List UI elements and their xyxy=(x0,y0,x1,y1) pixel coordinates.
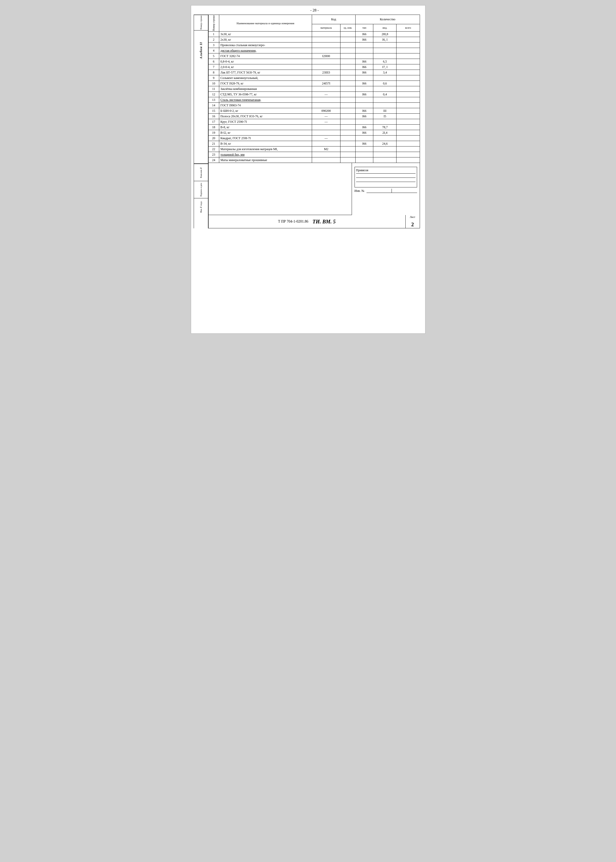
row-vsego-24 xyxy=(396,157,420,163)
row-name-24: Маты минераловатные прошивные xyxy=(219,157,312,163)
table-row: 14ГОСТ I9903-74 xyxy=(208,103,420,108)
table-row: 9Сольвент каменноугольный, xyxy=(208,75,420,81)
table-row: 23толщиной δиз, мм xyxy=(208,152,420,157)
table-row: 21В-34, кгI6624,6 xyxy=(208,141,420,146)
row-koded-6 xyxy=(341,59,355,64)
row-ind-2: I6, I xyxy=(373,37,396,42)
table-row: 22х30, кгI66I6, I xyxy=(208,37,420,42)
th-kolichestvo: Количество xyxy=(355,15,420,24)
row-kodmat-3 xyxy=(312,42,341,48)
footer-doc-name: ТИ. ВМ. 5 xyxy=(313,219,336,225)
row-kodmat-6 xyxy=(312,59,341,64)
row-name-1: 3х30, кг xyxy=(219,31,312,37)
bottom-blank xyxy=(209,163,352,215)
row-ind-15: III xyxy=(373,108,396,114)
row-num-11: 11 xyxy=(208,86,219,92)
row-ind-20 xyxy=(373,135,396,141)
row-kodmat-11 xyxy=(312,86,341,92)
row-num-17: 17 xyxy=(208,119,219,125)
row-num-18: 18 xyxy=(208,125,219,130)
table-body: 13х30, кгI6628I,822х30, кгI66I6, I3Прово… xyxy=(208,31,420,163)
row-name-22: Материалы для изготовления матрацев МI, xyxy=(219,146,312,152)
row-name-13: Сталь листовая горячекатаная, xyxy=(219,97,312,103)
row-num-23: 23 xyxy=(208,152,219,157)
th-material: материала xyxy=(312,24,341,31)
row-tip-19: I66 xyxy=(355,130,373,135)
row-tip-21: I66 xyxy=(355,141,373,146)
row-num-24: 24 xyxy=(208,157,219,163)
row-name-6: 0,8-0-4, кг xyxy=(219,59,312,64)
row-kodmat-8: 23III3 xyxy=(312,70,341,75)
sheet-label: Лист xyxy=(406,215,419,218)
row-num-13: 13 xyxy=(208,97,219,103)
row-tip-8: I66 xyxy=(355,70,373,75)
row-vsego-4 xyxy=(396,48,420,53)
row-name-11: Заклёпка комбинированная xyxy=(219,86,312,92)
row-name-23: толщиной δиз, мм xyxy=(219,152,312,157)
row-num-7: 7 xyxy=(208,64,219,70)
row-vsego-6 xyxy=(396,59,420,64)
row-kodmat-5: I2II00 xyxy=(312,53,341,59)
row-tip-6: I66 xyxy=(355,59,373,64)
row-koded-3 xyxy=(341,42,355,48)
th-naim: Наименование материала и единица измерен… xyxy=(219,15,312,31)
row-vsego-9 xyxy=(396,75,420,81)
row-ind-19: 2I,4 xyxy=(373,130,396,135)
empty-left-1 xyxy=(194,71,208,164)
row-vsego-15 xyxy=(396,108,420,114)
row-kodmat-4 xyxy=(312,48,341,53)
row-name-19: В-I2, кг xyxy=(219,130,312,135)
row-koded-7 xyxy=(341,64,355,70)
table-row: 72,0-0-4, кгI66I7, I xyxy=(208,64,420,70)
row-name-5: ГОСТ 3282-74 xyxy=(219,53,312,59)
spec-table: Номер строки Наименование материала и ед… xyxy=(208,14,420,163)
row-num-6: 6 xyxy=(208,59,219,64)
th-vsego: всего xyxy=(396,24,420,31)
row-koded-20 xyxy=(341,135,355,141)
row-tip-3 xyxy=(355,42,373,48)
privyazka-box: Привяззя xyxy=(355,167,417,187)
row-tip-15: I66 xyxy=(355,108,373,114)
row-tip-22 xyxy=(355,146,373,152)
row-kodmat-10: 24I57I xyxy=(312,81,341,86)
row-vsego-2 xyxy=(396,37,420,42)
row-vsego-17 xyxy=(396,119,420,125)
th-kod: Код xyxy=(312,15,355,24)
row-ind-3 xyxy=(373,42,396,48)
row-vsego-13 xyxy=(396,97,420,103)
row-vsego-5 xyxy=(396,53,420,59)
row-num-20: 20 xyxy=(208,135,219,141)
row-name-12: СТД 985, ТУ 36-I598-77, кг xyxy=(219,92,312,97)
table-row: 8Лак БТ-577, ГОСТ 563I-79, кг23III3I663,… xyxy=(208,70,420,75)
table-row: 10ГОСТ I928-79, кг24I57II660,6 xyxy=(208,81,420,86)
th-ind: инд. xyxy=(373,24,396,31)
album-label: Альбом II xyxy=(194,30,208,71)
left-margin-col: Номер строки Альбом II Взам.инв.№ Подпис… xyxy=(194,14,208,228)
table-row: 19В-I2, кгI662I,4 xyxy=(208,130,420,135)
row-koded-18 xyxy=(341,125,355,130)
table-row: 60,8-0-4, кгI666,5 xyxy=(208,59,420,64)
row-tip-20 xyxy=(355,135,373,141)
row-tip-10: I66 xyxy=(355,81,373,86)
row-name-2: 2х30, кг xyxy=(219,37,312,42)
row-ind-6: 6,5 xyxy=(373,59,396,64)
inv-podl-label: Инв.№ подл. xyxy=(194,198,208,215)
row-kodmat-17: — xyxy=(312,119,341,125)
row-kodmat-15: 090200 xyxy=(312,108,341,114)
row-num-2: 2 xyxy=(208,37,219,42)
row-name-10: ГОСТ I928-79, кг xyxy=(219,81,312,86)
row-tip-2: I66 xyxy=(355,37,373,42)
row-koded-2 xyxy=(341,37,355,42)
row-ind-14 xyxy=(373,103,396,108)
footer-main: Т ПР 704-1-0201.86 ТИ. ВМ. 5 xyxy=(209,217,405,226)
table-row: 11Заклёпка комбинированная xyxy=(208,86,420,92)
th-ed-izm: ед. изм. xyxy=(341,24,355,31)
row-tip-17 xyxy=(355,119,373,125)
row-tip-18: I66 xyxy=(355,125,373,130)
row-tip-4 xyxy=(355,48,373,53)
row-kodmat-7 xyxy=(312,64,341,70)
row-num-15: 15 xyxy=(208,108,219,114)
sheet-number: 2 xyxy=(406,221,419,228)
row-ind-7: I7, I xyxy=(373,64,396,70)
row-num-14: 14 xyxy=(208,103,219,108)
